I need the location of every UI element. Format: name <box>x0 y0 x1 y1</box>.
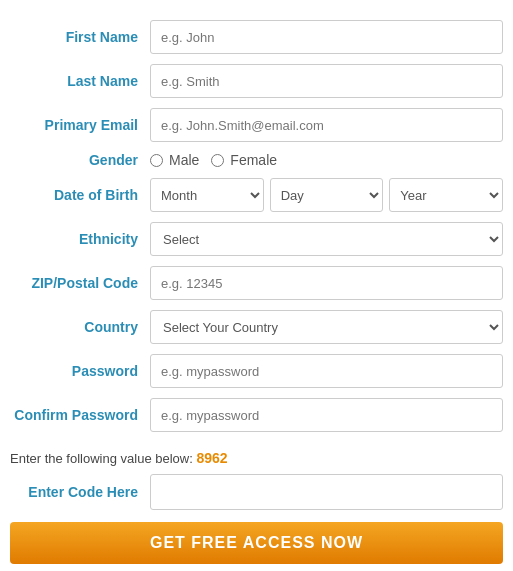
code-input[interactable] <box>150 474 503 510</box>
email-label: Primary Email <box>10 117 150 133</box>
last-name-row: Last Name <box>0 64 513 98</box>
last-name-label: Last Name <box>10 73 150 89</box>
captcha-prefix: Enter the following value below: <box>10 451 193 466</box>
gender-row: Gender Male Female <box>0 152 513 168</box>
zip-label: ZIP/Postal Code <box>10 275 150 291</box>
first-name-input[interactable] <box>150 20 503 54</box>
gender-female-option[interactable]: Female <box>211 152 277 168</box>
captcha-value: 8962 <box>196 450 227 466</box>
country-row: Country Select Your Country United State… <box>0 310 513 344</box>
gender-female-radio[interactable] <box>211 154 224 167</box>
email-input[interactable] <box>150 108 503 142</box>
submit-button[interactable]: GET FREE ACCESS NOW <box>10 522 503 564</box>
dob-month-select[interactable]: Month JanuaryFebruaryMarch AprilMayJune … <box>150 178 264 212</box>
dob-group: Month JanuaryFebruaryMarch AprilMayJune … <box>150 178 503 212</box>
confirm-password-input[interactable] <box>150 398 503 432</box>
gender-male-option[interactable]: Male <box>150 152 199 168</box>
first-name-row: First Name <box>0 20 513 54</box>
confirm-password-label: Confirm Password <box>10 407 150 423</box>
password-input[interactable] <box>150 354 503 388</box>
gender-group: Male Female <box>150 152 503 168</box>
code-row: Enter Code Here <box>0 474 513 510</box>
zip-row: ZIP/Postal Code <box>0 266 513 300</box>
captcha-row: Enter the following value below: 8962 <box>0 442 513 474</box>
last-name-input[interactable] <box>150 64 503 98</box>
email-row: Primary Email <box>0 108 513 142</box>
dob-row: Date of Birth Month JanuaryFebruaryMarch… <box>0 178 513 212</box>
dob-label: Date of Birth <box>10 187 150 203</box>
gender-label: Gender <box>10 152 150 168</box>
ethnicity-select[interactable]: Select Hispanic White Black Asian Other <box>150 222 503 256</box>
first-name-label: First Name <box>10 29 150 45</box>
registration-form: First Name Last Name Primary Email Gende… <box>0 10 513 571</box>
code-label: Enter Code Here <box>10 484 150 500</box>
confirm-password-row: Confirm Password <box>0 398 513 432</box>
gender-female-label: Female <box>230 152 277 168</box>
dob-day-select[interactable]: Day 1234 5678 910 <box>270 178 384 212</box>
dob-year-select[interactable]: Year 200019991998 <box>389 178 503 212</box>
gender-male-radio[interactable] <box>150 154 163 167</box>
country-label: Country <box>10 319 150 335</box>
ethnicity-label: Ethnicity <box>10 231 150 247</box>
ethnicity-row: Ethnicity Select Hispanic White Black As… <box>0 222 513 256</box>
zip-input[interactable] <box>150 266 503 300</box>
gender-male-label: Male <box>169 152 199 168</box>
password-row: Password <box>0 354 513 388</box>
password-label: Password <box>10 363 150 379</box>
country-select[interactable]: Select Your Country United States United… <box>150 310 503 344</box>
